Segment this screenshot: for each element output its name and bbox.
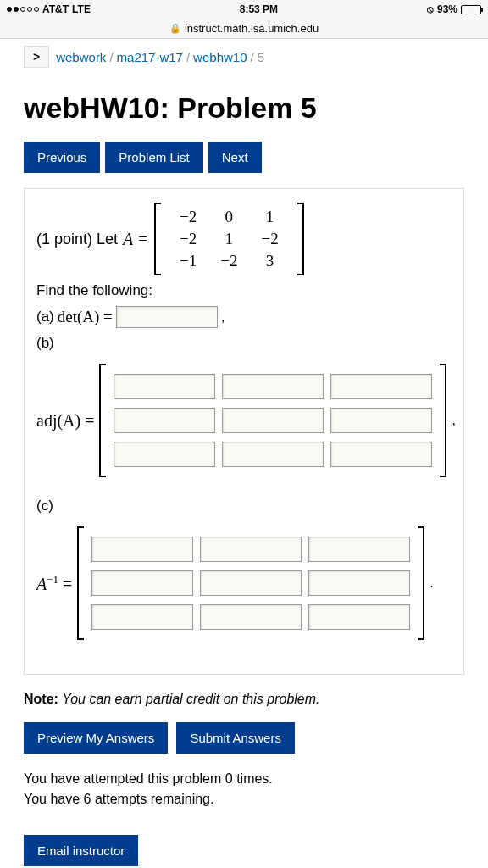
- part-c-label: (c): [36, 498, 53, 515]
- matrix-cell: −2: [249, 228, 290, 250]
- adj-input-2-2[interactable]: [330, 442, 432, 467]
- status-bar: AT&T LTE 8:53 PM ⦸ 93%: [0, 0, 488, 19]
- inv-input-2-1[interactable]: [200, 604, 302, 630]
- breadcrumb-link-webwork[interactable]: webwork: [56, 50, 106, 64]
- next-button[interactable]: Next: [208, 142, 262, 173]
- inv-input-2-2[interactable]: [308, 604, 410, 630]
- previous-button[interactable]: Previous: [24, 142, 100, 173]
- det-expr: det(A) =: [58, 308, 113, 326]
- part-a: (a) det(A) = ,: [36, 306, 452, 328]
- inv-input-0-0[interactable]: [92, 537, 193, 562]
- det-input[interactable]: [116, 306, 218, 328]
- lock-icon: 🔒: [169, 23, 181, 34]
- problem-list-button[interactable]: Problem List: [105, 142, 202, 173]
- breadcrumb-row: > webwork/ma217-w17/webhw10/5: [0, 39, 488, 75]
- signal-icon: [7, 7, 39, 12]
- inv-input-1-1[interactable]: [200, 570, 302, 596]
- matrix-cell: 0: [208, 206, 249, 228]
- matrix-cell: 1: [208, 228, 249, 250]
- part-c: (c): [36, 498, 452, 515]
- network-label: LTE: [72, 3, 91, 15]
- preview-answers-button[interactable]: Preview My Answers: [24, 722, 168, 754]
- adj-input-2-1[interactable]: [222, 442, 324, 467]
- attempts-line2: You have 6 attempts remaining.: [24, 789, 464, 810]
- matrix-cell: −2: [168, 228, 208, 250]
- inv-matrix-input: [77, 526, 424, 640]
- problem-box: (1 point) Let A = −201 −21−2 −1−23 Find …: [24, 188, 464, 675]
- equals-sign: =: [138, 230, 147, 248]
- adj-matrix-input: [99, 364, 446, 477]
- breadcrumb-link-hw[interactable]: webhw10: [193, 50, 247, 64]
- find-text: Find the following:: [36, 282, 452, 299]
- comma: ,: [221, 309, 225, 326]
- inv-row: A−1 = .: [36, 521, 452, 645]
- collapse-button[interactable]: >: [24, 46, 49, 68]
- matrix-cell: −2: [208, 250, 249, 272]
- action-buttons: Preview My Answers Submit Answers: [24, 722, 464, 754]
- adj-input-2-0[interactable]: [114, 442, 215, 467]
- inv-input-1-2[interactable]: [308, 570, 410, 596]
- url-bar[interactable]: 🔒 instruct.math.lsa.umich.edu: [0, 19, 488, 39]
- rotation-lock-icon: ⦸: [427, 3, 434, 15]
- page-title: webHW10: Problem 5: [24, 92, 464, 125]
- matrix-cell: 3: [249, 250, 290, 272]
- note-label: Note:: [24, 692, 58, 706]
- part-b-label: (b): [36, 335, 54, 352]
- adj-input-1-0[interactable]: [114, 408, 215, 433]
- adj-input-0-1[interactable]: [222, 374, 324, 399]
- carrier-label: AT&T: [42, 3, 69, 15]
- breadcrumb: webwork/ma217-w17/webhw10/5: [56, 50, 264, 64]
- battery-icon: [461, 5, 481, 14]
- inv-input-2-0[interactable]: [92, 604, 193, 630]
- adj-input-1-2[interactable]: [330, 408, 432, 433]
- url-text: instruct.math.lsa.umich.edu: [185, 22, 319, 35]
- adj-input-0-2[interactable]: [330, 374, 432, 399]
- period: .: [430, 576, 433, 591]
- adj-input-0-0[interactable]: [114, 374, 215, 399]
- inv-input-1-0[interactable]: [92, 570, 193, 596]
- note-text: You can earn partial credit on this prob…: [62, 692, 319, 706]
- breadcrumb-current: 5: [258, 50, 264, 64]
- battery-pct: 93%: [437, 3, 458, 15]
- breadcrumb-link-course[interactable]: ma217-w17: [117, 50, 183, 64]
- adj-label: adj(A) =: [36, 411, 94, 431]
- inv-input-0-2[interactable]: [308, 537, 410, 562]
- attempt-text: You have attempted this problem 0 times.…: [24, 769, 464, 810]
- inv-input-0-1[interactable]: [200, 537, 302, 562]
- matrix-var: A: [123, 230, 133, 249]
- part-b: (b): [36, 335, 452, 352]
- comma: ,: [452, 413, 455, 428]
- matrix-cell: 1: [249, 206, 290, 228]
- part-a-label: (a): [36, 309, 54, 326]
- clock: 8:53 PM: [240, 3, 278, 15]
- inv-label: A−1 =: [36, 573, 72, 594]
- points-label: (1 point) Let: [36, 231, 118, 248]
- matrix-a: −201 −21−2 −1−23: [154, 203, 304, 275]
- matrix-definition: (1 point) Let A = −201 −21−2 −1−23: [36, 203, 452, 275]
- adj-input-1-1[interactable]: [222, 408, 324, 433]
- adj-row: adj(A) = ,: [36, 359, 452, 482]
- submit-answers-button[interactable]: Submit Answers: [176, 722, 295, 754]
- nav-buttons: Previous Problem List Next: [24, 142, 464, 173]
- matrix-cell: −2: [168, 206, 208, 228]
- email-instructor-button[interactable]: Email instructor: [24, 835, 138, 866]
- matrix-cell: −1: [168, 250, 208, 272]
- note: Note: You can earn partial credit on thi…: [24, 692, 464, 707]
- status-left: AT&T LTE: [7, 3, 91, 15]
- attempts-line1: You have attempted this problem 0 times.: [24, 769, 464, 789]
- status-right: ⦸ 93%: [427, 3, 481, 15]
